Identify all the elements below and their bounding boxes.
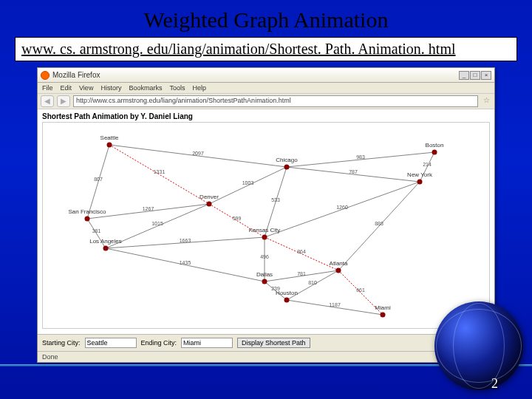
menu-bookmarks[interactable]: Bookmarks (129, 84, 162, 92)
node-miami (381, 313, 386, 318)
edge-weight-chicago-boston: 983 (356, 154, 365, 160)
node-la (103, 246, 109, 251)
node-label-boston: Boston (426, 142, 444, 149)
edge-weight-kc-ny: 1260 (336, 204, 348, 209)
node-denver (207, 202, 212, 207)
graph-canvas: SeattleSan FranciscoLos AngelesDenverKan… (42, 122, 490, 329)
edge-weight-atlanta-miami: 661 (356, 287, 365, 293)
node-dallas (262, 279, 267, 284)
applet-heading: Shortest Path Animation by Y. Daniel Lia… (42, 112, 490, 120)
node-label-denver: Denver (200, 194, 219, 200)
edge-weight-la-denver: 1015 (151, 221, 163, 226)
node-label-dallas: Dallas (256, 271, 273, 278)
bookmark-star-icon[interactable]: ☆ (481, 96, 491, 106)
menu-tools[interactable]: Tools (169, 84, 185, 92)
node-ny (417, 180, 423, 185)
node-label-la: Los Angeles (89, 238, 122, 245)
edge-weight-dallas-houston: 239 (271, 285, 280, 290)
controls-bar: Starting City: Ending City: Display Shor… (38, 334, 494, 351)
edge-weight-seattle-chicago: 2097 (192, 151, 204, 156)
edge-weight-ny-atlanta: 888 (375, 221, 383, 226)
page-content: Shortest Path Animation by Y. Daniel Lia… (38, 109, 494, 334)
node-kc (262, 235, 267, 240)
edge-kc-ny (265, 182, 420, 237)
edge-weight-la-dallas: 1435 (180, 259, 191, 265)
globe-decoration (434, 301, 523, 390)
menu-history[interactable]: History (100, 84, 121, 92)
nav-toolbar: ◀ ▶ http://www.cs.armstrong.edu/liang/an… (38, 94, 494, 109)
edge-la-dallas (106, 248, 265, 282)
edge-weight-denver-kc: 599 (233, 215, 242, 220)
edge-weight-boston-ny: 214 (423, 162, 432, 167)
menu-edit[interactable]: Edit (61, 84, 72, 92)
edge-weight-houston-atlanta: 810 (308, 280, 317, 285)
edge-seattle-chicago (109, 145, 287, 167)
edge-weight-seattle-sf: 807 (94, 177, 103, 182)
status-text: Done (42, 353, 58, 361)
edge-weight-dallas-atlanta: 781 (297, 270, 306, 276)
close-button[interactable]: × (481, 71, 491, 80)
menu-view[interactable]: View (79, 84, 93, 92)
node-houston (284, 298, 290, 303)
edges-layer (43, 123, 489, 328)
minimize-button[interactable]: _ (459, 71, 469, 80)
node-label-sf: San Francisco (68, 208, 106, 215)
edge-weight-kc-atlanta: 864 (297, 248, 306, 253)
status-bar: Done ◢ (38, 351, 494, 362)
edge-weight-sf-la: 381 (92, 228, 101, 233)
forward-button[interactable]: ▶ (57, 95, 70, 107)
menu-help[interactable]: Help (192, 84, 206, 92)
firefox-icon (41, 71, 50, 80)
node-label-kc: Kansas City (249, 227, 281, 233)
edge-weight-kc-dallas: 496 (260, 254, 269, 259)
window-title: Mozilla Firefox (52, 71, 459, 79)
url-textbox: www. cs. armstrong. edu/liang/animation/… (15, 37, 517, 61)
edge-weight-chicago-ny: 787 (349, 169, 358, 174)
node-boston (432, 150, 437, 155)
edge-weight-seattle-denver: 1331 (154, 169, 166, 174)
address-bar[interactable]: http://www.cs.armstrong.edu/liang/animat… (73, 95, 478, 107)
node-chicago (284, 165, 290, 170)
edge-weight-sf-denver: 1267 (143, 206, 154, 211)
edge-weight-denver-chicago: 1003 (242, 180, 254, 185)
node-seattle (107, 143, 112, 148)
menu-bar: File Edit View History Bookmarks Tools H… (38, 83, 494, 94)
node-sf (85, 216, 90, 222)
browser-window: Mozilla Firefox _ □ × File Edit View His… (37, 67, 495, 363)
edge-weight-houston-miami: 1187 (329, 302, 341, 307)
window-titlebar: Mozilla Firefox _ □ × (38, 68, 494, 83)
node-label-ny: New York (407, 171, 432, 178)
maximize-button[interactable]: □ (470, 71, 480, 80)
menu-file[interactable]: File (42, 84, 53, 92)
node-label-chicago: Chicago (276, 157, 297, 163)
end-city-input[interactable] (181, 338, 233, 348)
back-button[interactable]: ◀ (41, 95, 54, 107)
node-label-miami: Miami (375, 304, 390, 311)
node-atlanta (336, 268, 341, 273)
start-city-input[interactable] (85, 338, 137, 348)
end-city-label: Ending City: (141, 339, 177, 347)
display-path-button[interactable]: Display Shortest Path (237, 338, 310, 348)
edge-kc-atlanta (265, 237, 338, 270)
edge-weight-la-kc: 1663 (180, 237, 191, 242)
node-label-atlanta: Atlanta (330, 260, 348, 267)
edge-ny-atlanta (338, 182, 420, 270)
start-city-label: Starting City: (42, 339, 81, 347)
slide-title: Weighted Graph Animation (0, 0, 532, 37)
page-number: 2 (491, 376, 498, 392)
edge-weight-kc-chicago: 533 (271, 197, 280, 202)
node-label-seattle: Seattle (100, 134, 119, 141)
